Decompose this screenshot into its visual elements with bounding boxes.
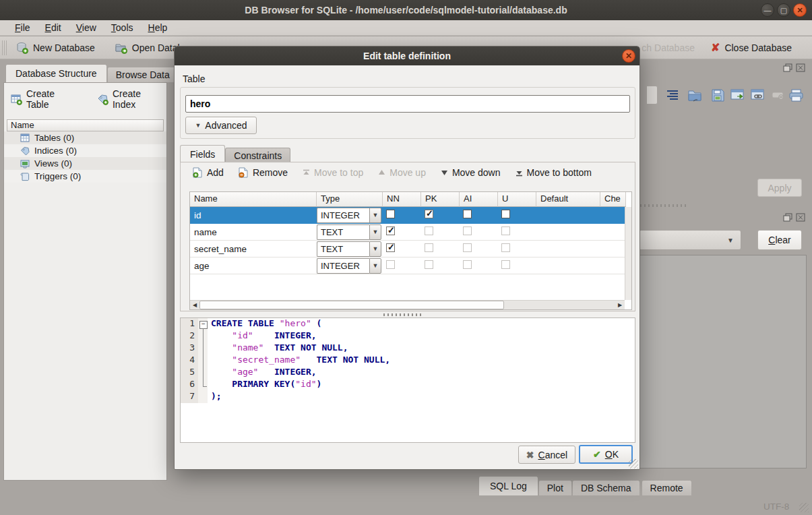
column-header-default[interactable]: Default [536,192,600,207]
nn-checkbox[interactable] [386,260,395,269]
toolbar-grip[interactable] [2,40,7,55]
field-row-id[interactable]: idINTEGER▼ [190,207,631,224]
pk-checkbox[interactable] [425,210,433,218]
column-header-pk[interactable]: PK [421,192,460,207]
u-checkbox[interactable] [501,243,510,252]
ai-checkbox[interactable] [463,226,472,235]
print-icon[interactable] [787,86,805,104]
field-row-age[interactable]: ageINTEGER▼ [190,258,631,274]
field-name[interactable]: name [190,227,317,237]
dialog-splitter-handle[interactable] [383,313,424,316]
window-resize-grip[interactable] [799,503,809,512]
tab-constraints[interactable]: Constraints [225,148,290,163]
move-to-bottom-button[interactable]: Move to bottom [516,167,592,178]
close-button[interactable]: ✕ [793,3,807,17]
field-type-dropdown[interactable]: TEXT▼ [317,224,383,240]
new-database-button[interactable]: New Database [11,39,100,57]
column-header-nn[interactable]: NN [383,192,421,207]
menu-file[interactable]: File [8,21,37,34]
u-checkbox[interactable] [501,210,510,218]
pk-checkbox[interactable] [425,226,433,235]
dock-splitter-handle[interactable] [640,204,687,207]
table-name-input[interactable] [185,95,630,113]
nn-checkbox[interactable] [386,243,395,252]
log-filter-dropdown[interactable]: ▼ [639,230,741,250]
tree-item-triggers[interactable]: Triggers (0) [4,170,166,183]
column-header-u[interactable]: U [498,192,536,207]
scroll-right-icon[interactable]: ▶ [615,301,625,309]
chevron-down-icon[interactable]: ▼ [369,224,381,240]
ai-checkbox[interactable] [463,210,472,218]
menu-tools[interactable]: Tools [104,21,140,34]
tab-db-schema[interactable]: DB Schema [572,480,640,495]
tab-plot[interactable]: Plot [538,480,572,495]
field-name[interactable]: age [190,261,317,271]
column-header-ai[interactable]: AI [460,192,498,207]
minimize-button[interactable]: — [761,3,774,17]
nn-checkbox[interactable] [386,210,395,218]
sql-preview[interactable]: 1CREATE TABLE "hero" (2 "id" INTEGER,3 "… [180,317,635,443]
chevron-down-icon[interactable]: ▼ [369,208,381,223]
field-type-dropdown[interactable]: INTEGER▼ [317,258,383,274]
tree-item-views[interactable]: Views (0) [4,157,166,170]
dock2-restore-icon[interactable] [783,213,792,222]
remove-field-button[interactable]: Remove [239,167,288,178]
menu-help[interactable]: Help [142,21,175,34]
nn-checkbox[interactable] [386,226,395,235]
ok-button[interactable]: ✔ OK [579,445,633,464]
fold-marker-icon[interactable] [198,318,208,330]
chevron-down-icon[interactable]: ▼ [369,241,381,257]
chevron-down-icon[interactable]: ▼ [369,258,381,274]
field-type-dropdown[interactable]: TEXT▼ [317,241,383,257]
cancel-button[interactable]: ✖ Cancel [518,446,575,464]
open-file-icon[interactable] [686,86,704,104]
dock2-close-icon[interactable] [796,213,805,222]
sql-lines-icon[interactable] [664,86,681,104]
add-field-button[interactable]: Add [193,167,224,178]
column-header-type[interactable]: Type [317,192,383,207]
pk-checkbox[interactable] [425,243,433,252]
maximize-button[interactable]: ▢ [777,3,790,17]
sql-code: "secret_name" TEXT NOT NULL, [208,355,390,367]
ai-checkbox[interactable] [463,243,472,252]
tree-header-name[interactable]: Name [7,119,164,131]
tab-sql-log[interactable]: SQL Log [478,476,538,495]
dialog-resize-grip[interactable] [629,459,638,468]
tab-database-structure[interactable]: Database Structure [5,64,107,82]
tree-item-tables[interactable]: Tables (0) [4,131,166,144]
clear-button[interactable]: Clear [757,230,802,250]
link-window-icon[interactable] [749,86,767,104]
tab-browse-data[interactable]: Browse Data [107,67,179,82]
create-index-button[interactable]: Create Index [97,88,166,110]
scroll-left-icon[interactable]: ◀ [190,301,199,309]
scrollbar-thumb[interactable] [199,301,504,309]
tab-fields[interactable]: Fields [180,145,225,163]
pk-checkbox[interactable] [425,260,433,269]
u-checkbox[interactable] [501,260,510,269]
column-header-name[interactable]: Name [190,192,317,207]
u-checkbox[interactable] [501,226,510,235]
move-down-button[interactable]: Move down [441,167,501,178]
create-table-button[interactable]: Create Table [11,88,80,110]
dialog-titlebar: Edit table definition ✕ [175,47,639,65]
dock-restore-icon[interactable] [783,63,792,72]
save-file-icon[interactable] [709,86,726,104]
field-type-dropdown[interactable]: INTEGER▼ [317,208,383,223]
dock-close-icon[interactable] [796,63,805,72]
column-header-che[interactable]: Che [600,192,626,207]
fields-horizontal-scrollbar[interactable]: ◀ ▶ [190,300,625,309]
fields-vertical-scrollbar[interactable] [625,207,631,300]
menu-view[interactable]: View [69,21,103,34]
menu-edit[interactable]: Edit [38,21,68,34]
ai-checkbox[interactable] [463,260,472,269]
dialog-close-button[interactable]: ✕ [622,49,635,63]
field-row-secret_name[interactable]: secret_nameTEXT▼ [190,241,631,258]
tree-item-indices[interactable]: Indices (0) [4,144,166,157]
tab-remote[interactable]: Remote [642,480,692,495]
field-row-name[interactable]: nameTEXT▼ [190,224,631,241]
close-database-button[interactable]: ✘ Close Database [706,38,797,57]
field-name[interactable]: secret_name [190,244,317,254]
export-window-icon[interactable] [729,86,747,104]
field-name[interactable]: id [190,210,317,220]
advanced-toggle-button[interactable]: ▼ Advanced [185,117,257,134]
